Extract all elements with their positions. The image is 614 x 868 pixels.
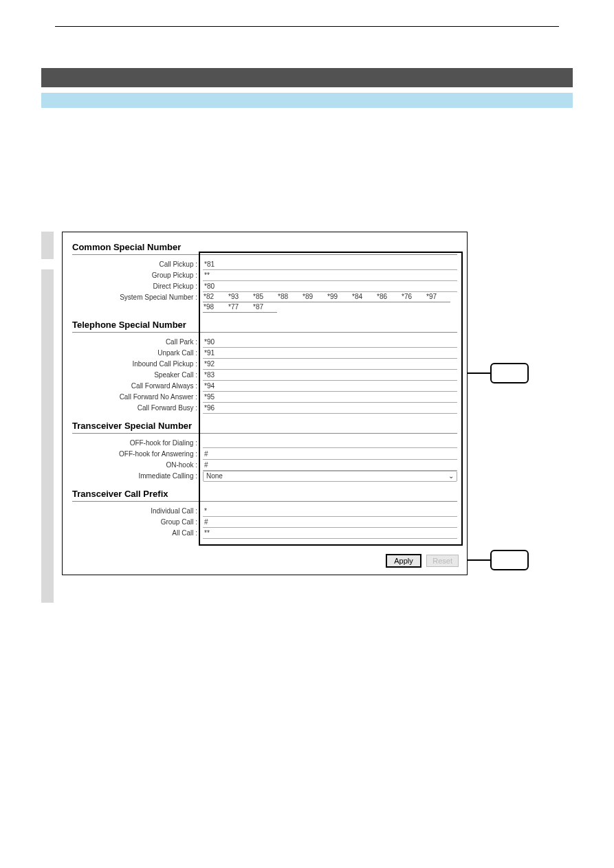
- side-tab-lower: [41, 269, 54, 603]
- header-bar-light: [41, 93, 573, 108]
- label-call-park: Call Park :: [72, 337, 203, 347]
- input-cf-no-answer[interactable]: *95: [203, 392, 457, 403]
- input-individual-call[interactable]: *: [203, 507, 457, 517]
- label-cf-no-answer: Call Forward No Answer :: [72, 392, 203, 402]
- reset-button[interactable]: Reset: [426, 555, 459, 567]
- label-cf-always: Call Forward Always :: [72, 381, 203, 391]
- callout-line-1: [467, 372, 492, 374]
- label-offhook-dial: OFF-hook for Dialing :: [72, 438, 203, 448]
- section-title-telephone: Telephone Special Number: [72, 317, 457, 333]
- label-unpark-call: Unpark Call :: [72, 348, 203, 358]
- ssn-input[interactable]: *99: [327, 292, 351, 302]
- section-title-transceiver: Transceiver Special Number: [72, 418, 457, 434]
- ssn-input[interactable]: *89: [302, 292, 327, 302]
- ssn-input[interactable]: *93: [228, 292, 252, 302]
- side-tab-upper: [41, 232, 54, 259]
- input-all-call[interactable]: **: [203, 528, 457, 539]
- section-title-common: Common Special Number: [72, 239, 457, 255]
- ssn-input[interactable]: *84: [351, 292, 376, 302]
- input-unpark-call[interactable]: *91: [203, 348, 457, 359]
- section-title-prefix: Transceiver Call Prefix: [72, 486, 457, 502]
- label-speaker-call: Speaker Call :: [72, 370, 203, 380]
- input-offhook-ans[interactable]: #: [203, 449, 457, 460]
- apply-button[interactable]: Apply: [386, 554, 421, 568]
- settings-panel: Common Special Number Call Pickup : *81 …: [62, 232, 468, 575]
- system-special-grid: *82 *93 *85 *88 *89 *99 *84 *86 *76 *97 …: [203, 292, 450, 313]
- chevron-down-icon: ⌄: [448, 471, 454, 481]
- label-call-pickup: Call Pickup :: [72, 260, 203, 269]
- label-immediate-calling: Immediate Calling :: [72, 471, 203, 481]
- callout-box-2: [490, 550, 529, 570]
- label-group-call: Group Call :: [72, 518, 203, 527]
- input-offhook-dial[interactable]: [203, 438, 457, 448]
- ssn-input[interactable]: *88: [277, 292, 302, 302]
- select-immediate-calling[interactable]: None ⌄: [203, 471, 457, 482]
- label-offhook-ans: OFF-hook for Answering :: [72, 449, 203, 459]
- ssn-input[interactable]: *86: [376, 292, 401, 302]
- input-group-pickup[interactable]: **: [203, 271, 457, 281]
- header-bar-dark: [41, 68, 573, 87]
- label-inbound-pickup: Inbound Call Pickup :: [72, 359, 203, 369]
- input-call-pickup[interactable]: *81: [203, 260, 457, 270]
- callout-line-2: [467, 559, 492, 561]
- input-inbound-pickup[interactable]: *92: [203, 359, 457, 370]
- label-individual-call: Individual Call :: [72, 507, 203, 516]
- input-group-call[interactable]: #: [203, 518, 457, 528]
- label-system-special: System Special Number :: [72, 292, 203, 302]
- input-direct-pickup[interactable]: *80: [203, 282, 457, 292]
- input-cf-busy[interactable]: *96: [203, 403, 457, 414]
- ssn-input[interactable]: *87: [252, 302, 277, 313]
- label-onhook: ON-hook :: [72, 460, 203, 470]
- select-value: None: [206, 471, 223, 481]
- ssn-input[interactable]: *82: [203, 292, 228, 302]
- ssn-input[interactable]: *76: [401, 292, 426, 302]
- input-call-park[interactable]: *90: [203, 337, 457, 348]
- ssn-input[interactable]: *77: [228, 302, 252, 313]
- page-top-rule: [55, 26, 559, 27]
- ssn-input[interactable]: *98: [203, 302, 228, 313]
- input-onhook[interactable]: #: [203, 460, 457, 471]
- label-all-call: All Call :: [72, 528, 203, 538]
- input-speaker-call[interactable]: *83: [203, 370, 457, 381]
- ssn-input[interactable]: *85: [252, 292, 277, 302]
- label-cf-busy: Call Forward Busy :: [72, 403, 203, 413]
- ssn-input[interactable]: *97: [426, 292, 450, 302]
- callout-box-1: [490, 363, 529, 383]
- label-direct-pickup: Direct Pickup :: [72, 282, 203, 291]
- input-cf-always[interactable]: *94: [203, 381, 457, 392]
- label-group-pickup: Group Pickup :: [72, 271, 203, 280]
